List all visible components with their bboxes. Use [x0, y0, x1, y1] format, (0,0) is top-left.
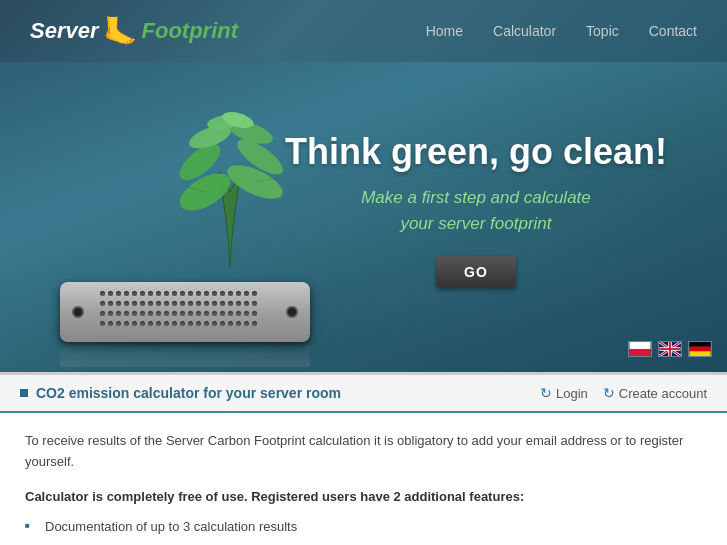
section-title-block: CO2 emission calculator for your server …: [20, 385, 341, 401]
svg-rect-22: [690, 347, 711, 352]
logo-footprint-text: Footprint: [142, 18, 239, 44]
server-reflection: [60, 342, 310, 367]
create-account-icon: ↻: [603, 385, 615, 401]
hero-subtitle-line1: Make a first step and calculate: [361, 188, 591, 207]
svg-rect-21: [690, 342, 711, 347]
section-title: CO2 emission calculator for your server …: [36, 385, 341, 401]
create-account-link[interactable]: ↻ Create account: [603, 385, 707, 401]
nav-contact[interactable]: Contact: [649, 23, 697, 39]
hero-subtitle: Make a first step and calculate your ser…: [285, 185, 667, 236]
feature-list: Documentation of up to 3 calculation res…: [25, 514, 702, 545]
hero-title: Think green, go clean!: [285, 130, 667, 173]
flag-pl[interactable]: [628, 341, 652, 357]
footprint-icon: 🦶: [103, 15, 138, 48]
main-nav: Home Calculator Topic Contact: [426, 23, 697, 39]
flag-de[interactable]: [688, 341, 712, 357]
nav-home[interactable]: Home: [426, 23, 463, 39]
server-light-left: [72, 306, 84, 318]
language-selector: [628, 341, 712, 357]
svg-rect-10: [630, 342, 651, 349]
login-link[interactable]: ↻ Login: [540, 385, 588, 401]
login-label: Login: [556, 386, 588, 401]
nav-topic[interactable]: Topic: [586, 23, 619, 39]
site-header: Server 🦶 Footprint Home Calculator Topic…: [0, 0, 727, 62]
logo[interactable]: Server 🦶 Footprint: [30, 15, 238, 48]
go-button[interactable]: GO: [436, 256, 516, 288]
hero-server-illustration: // Generate grill dots document.currentS…: [60, 282, 320, 342]
nav-calculator[interactable]: Calculator: [493, 23, 556, 39]
content-section: CO2 emission calculator for your server …: [0, 372, 727, 545]
login-icon: ↻: [540, 385, 552, 401]
intro-text: To receive results of the Server Carbon …: [25, 431, 702, 473]
svg-rect-20: [660, 348, 681, 350]
logo-server-text: Server: [30, 18, 99, 44]
content-header: CO2 emission calculator for your server …: [0, 375, 727, 413]
server-light-right: [286, 306, 298, 318]
auth-links: ↻ Login ↻ Create account: [540, 385, 707, 401]
plant-illustration: [170, 112, 290, 272]
hero-section: // Generate grill dots document.currentS…: [0, 62, 727, 372]
svg-rect-23: [690, 351, 711, 356]
blue-accent-icon: [20, 389, 28, 397]
feature-item-2: Generation of an user specified Server C…: [25, 539, 702, 545]
feature-item-1: Documentation of up to 3 calculation res…: [25, 514, 702, 540]
create-account-label: Create account: [619, 386, 707, 401]
svg-rect-11: [630, 349, 651, 356]
flag-en[interactable]: [658, 341, 682, 357]
server-grill: // Generate grill dots document.currentS…: [100, 291, 270, 333]
features-heading: Calculator is completely free of use. Re…: [25, 489, 702, 504]
server-chassis: // Generate grill dots document.currentS…: [60, 282, 310, 342]
hero-text-block: Think green, go clean! Make a first step…: [285, 130, 667, 288]
hero-subtitle-line2: your server footprint: [400, 214, 551, 233]
content-body: To receive results of the Server Carbon …: [0, 413, 727, 545]
